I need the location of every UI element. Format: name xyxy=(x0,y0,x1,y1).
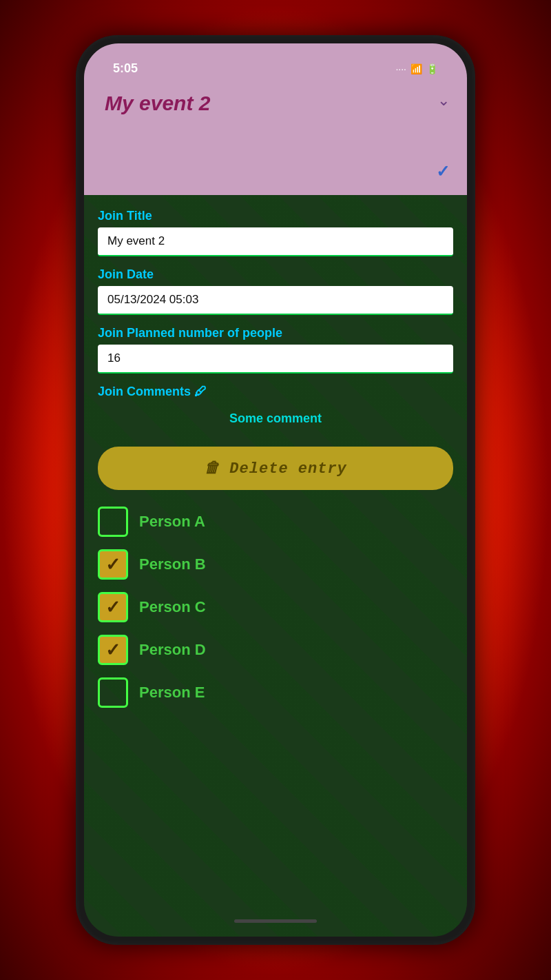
list-item: Person C xyxy=(98,592,453,622)
comments-field-group: Join Comments 🖊 Some comment xyxy=(98,385,453,433)
person-label-1: Person B xyxy=(139,555,206,573)
date-input[interactable]: 05/13/2024 05:03 xyxy=(98,286,453,315)
person-label-2: Person C xyxy=(139,598,206,616)
phone-frame: 5:05 ···· 📶 🔋 ⌄ My event 2 ✓ Join Title … xyxy=(76,35,475,945)
main-content: Join Title My event 2 Join Date 05/13/20… xyxy=(84,195,467,937)
list-item: Person E xyxy=(98,677,453,708)
list-item: Person B xyxy=(98,549,453,580)
people-list: Person APerson BPerson CPerson DPerson E xyxy=(98,507,453,708)
checkbox-person-0[interactable] xyxy=(98,507,128,537)
person-label-0: Person A xyxy=(139,513,205,531)
confirm-checkmark-icon[interactable]: ✓ xyxy=(436,162,450,181)
signal-icon: ···· xyxy=(395,63,406,74)
status-time: 5:05 xyxy=(113,61,138,76)
status-icons: ···· 📶 🔋 xyxy=(395,63,438,74)
checkbox-person-4[interactable] xyxy=(98,677,128,708)
screen: 5:05 ···· 📶 🔋 ⌄ My event 2 ✓ Join Title … xyxy=(84,43,467,937)
comments-label: Join Comments 🖊 xyxy=(98,385,453,399)
comments-value[interactable]: Some comment xyxy=(98,405,453,433)
checkbox-person-3[interactable] xyxy=(98,635,128,665)
checkbox-person-1[interactable] xyxy=(98,549,128,580)
delete-entry-button[interactable]: 🗑 Delete entry xyxy=(98,447,453,490)
battery-icon: 🔋 xyxy=(426,63,438,74)
person-label-3: Person D xyxy=(139,641,206,659)
planned-field-group: Join Planned number of people 16 xyxy=(98,326,453,374)
date-label: Join Date xyxy=(98,267,453,282)
wifi-icon: 📶 xyxy=(410,63,422,74)
planned-input[interactable]: 16 xyxy=(98,345,453,374)
title-label: Join Title xyxy=(98,209,453,223)
home-indicator xyxy=(234,919,317,923)
person-label-4: Person E xyxy=(139,684,205,702)
date-field-group: Join Date 05/13/2024 05:03 xyxy=(98,267,453,315)
title-field-group: Join Title My event 2 xyxy=(98,209,453,256)
chevron-down-icon[interactable]: ⌄ xyxy=(437,92,450,110)
list-item: Person A xyxy=(98,507,453,537)
planned-label: Join Planned number of people xyxy=(98,326,453,340)
list-item: Person D xyxy=(98,635,453,665)
status-bar: 5:05 ···· 📶 🔋 xyxy=(92,52,459,81)
title-input[interactable]: My event 2 xyxy=(98,227,453,256)
event-title: My event 2 xyxy=(105,92,446,115)
checkbox-person-2[interactable] xyxy=(98,592,128,622)
